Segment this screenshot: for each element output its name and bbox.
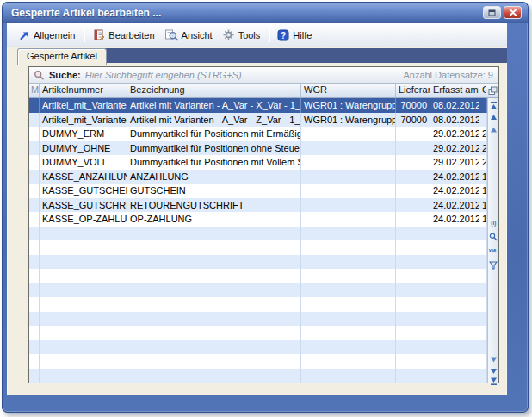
cell-erfasst-am	[430, 255, 479, 270]
tab-label: Gesperrte Artikel	[27, 51, 97, 61]
cell-wgr	[301, 326, 396, 340]
cell-m	[29, 240, 40, 255]
scroll-down-button[interactable]	[488, 354, 498, 365]
grid-sidebar: (I) XML	[487, 98, 498, 383]
scroll-up-button[interactable]	[488, 124, 498, 135]
table-row[interactable]: DUMMY_OHNEDummyartikel für Positionen oh…	[29, 141, 487, 156]
restore-button[interactable]	[483, 6, 501, 19]
column-header-bezeichnung[interactable]: Bezeichnung	[127, 84, 301, 97]
cell-bezeichnung: GUTSCHEIN	[127, 184, 301, 198]
cell-lieferant	[396, 297, 430, 312]
xml-icon: XML	[489, 248, 498, 253]
cell-lieferant	[396, 240, 430, 255]
cell-wgr	[301, 283, 396, 298]
cell-artikelnummer	[40, 340, 127, 355]
table-row[interactable]: DUMMY_VOLLDummyartikel für Positionen mi…	[29, 155, 487, 170]
filter-icon	[489, 261, 498, 270]
cell-lieferant	[396, 227, 430, 241]
scroll-last-button[interactable]	[488, 376, 498, 387]
search-icon	[34, 70, 45, 81]
cell-bezeichnung	[127, 283, 301, 298]
table-row[interactable]: Artikel_mit_Varianten.002Artikel mit Var…	[29, 113, 487, 128]
column-header-erfasst-am[interactable]: Erfasst am	[430, 84, 479, 97]
empty-row	[29, 269, 487, 283]
cell-g	[479, 369, 487, 383]
cell-wgr	[301, 127, 396, 141]
column-header-wgr[interactable]: WGR	[301, 84, 396, 97]
empty-row	[29, 369, 487, 383]
cell-m	[29, 283, 40, 298]
record-info-button[interactable]: (I)	[488, 217, 498, 228]
table-row[interactable]: Artikel_mit_Varianten.001Artikel mit Var…	[29, 98, 487, 113]
tools-gear-icon	[222, 28, 235, 41]
menu-item-tools[interactable]: Tools	[218, 26, 266, 44]
tab-gesperrte-artikel[interactable]: Gesperrte Artikel	[17, 48, 107, 65]
empty-row	[29, 240, 487, 255]
cell-lieferant	[396, 326, 430, 340]
cell-g: 2	[479, 141, 487, 156]
cell-bezeichnung	[127, 326, 301, 340]
search-tool-button[interactable]	[488, 231, 498, 242]
scroll-first-button[interactable]	[488, 100, 498, 111]
table-row[interactable]: KASSE_OP-ZAHLUNGOP-ZAHLUNG24.02.20121	[29, 212, 487, 227]
wgr-name: : Warengruppe 1	[340, 98, 396, 113]
table-row[interactable]: KASSE_GUTSCHRIFTRETOURENGUTSCHRIFT24.02.…	[29, 198, 487, 213]
record-count: Anzahl Datensätze: 9	[403, 70, 493, 80]
table-row[interactable]: KASSE_ANZAHLUNGANZAHLUNG24.02.20121	[29, 170, 487, 184]
cell-artikelnummer	[40, 269, 127, 283]
cell-wgr	[301, 170, 396, 184]
cell-erfasst-am: 24.02.2012	[430, 212, 479, 227]
cell-artikelnummer: KASSE_GUTSCHRIFT	[40, 198, 127, 213]
cell-artikelnummer: KASSE_OP-ZAHLUNG	[40, 212, 127, 227]
empty-row	[29, 297, 487, 312]
cell-erfasst-am	[430, 269, 479, 283]
cell-wgr	[301, 354, 396, 369]
cell-wgr: WGR01: Warengruppe 1	[301, 113, 396, 128]
column-header-artikelnummer[interactable]: Artikelnummer	[40, 84, 127, 97]
column-header-lieferant[interactable]: Lieferant	[396, 84, 430, 97]
cell-lieferant	[396, 354, 430, 369]
menu-bar: AllgemeinBearbeitenAnsichtTools?Hilfe	[7, 23, 507, 47]
column-header-m[interactable]: M	[29, 84, 40, 97]
menu-item-hilfe[interactable]: ?Hilfe	[273, 27, 317, 44]
cell-wgr	[301, 255, 396, 270]
table-row[interactable]: DUMMY_ERMDummyartikel für Positionen mit…	[29, 127, 487, 141]
cell-m	[29, 155, 40, 170]
menu-item-bearbeiten[interactable]: Bearbeiten	[88, 26, 159, 44]
cell-erfasst-am: 24.02.2012	[430, 198, 479, 213]
cell-wgr	[301, 369, 396, 383]
cell-erfasst-am	[430, 240, 479, 255]
cell-artikelnummer	[40, 255, 127, 270]
cell-g	[479, 227, 487, 241]
cell-erfasst-am: 08.02.2012	[430, 98, 479, 113]
menu-item-allgemein[interactable]: Allgemein	[14, 27, 80, 44]
table-row[interactable]: KASSE_GUTSCHEINGUTSCHEIN24.02.20121	[29, 184, 487, 198]
cell-lieferant: 70000	[396, 98, 430, 113]
column-header-g[interactable]: G	[479, 84, 486, 97]
cell-artikelnummer: DUMMY_VOLL	[40, 155, 127, 170]
empty-row	[29, 354, 487, 369]
scroll-prev-button[interactable]	[488, 112, 498, 123]
magnifier-icon	[489, 233, 498, 241]
cell-m	[29, 227, 40, 241]
restore-icon	[488, 9, 496, 16]
cell-bezeichnung	[127, 297, 301, 312]
cell-g	[479, 326, 487, 340]
cell-lieferant	[396, 170, 430, 184]
scroll-up-icon	[490, 126, 498, 134]
cell-artikelnummer	[40, 326, 127, 340]
edit-journal-icon	[92, 28, 105, 41]
menu-item-ansicht[interactable]: Ansicht	[160, 26, 218, 44]
search-input[interactable]: Hier Suchbegriff eingeben (STRG+S)	[85, 70, 399, 80]
title-bar[interactable]: Gesperrte Artikel bearbeiten ...	[3, 3, 528, 23]
close-button[interactable]	[504, 6, 522, 19]
xml-export-button[interactable]: XML	[488, 246, 498, 257]
cell-wgr	[301, 198, 396, 213]
filter-button[interactable]	[488, 259, 498, 271]
scroll-next-icon	[490, 367, 498, 375]
cell-bezeichnung	[127, 369, 301, 383]
cell-m	[29, 354, 40, 369]
record-info-icon: (I)	[491, 220, 496, 225]
cell-m	[29, 297, 40, 312]
column-chooser-button[interactable]	[486, 84, 498, 97]
